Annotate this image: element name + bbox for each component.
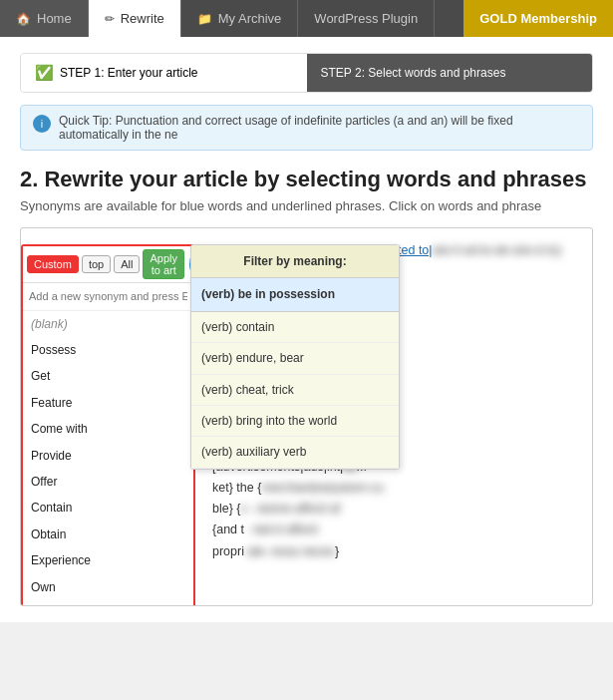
nav-wordpress-label: WordPress Plugin [314,11,418,26]
step1-label: STEP 1: Enter your article [60,66,198,80]
custom-button[interactable]: Custom [27,255,79,273]
steps-bar: ✅ STEP 1: Enter your article STEP 2: Sel… [20,53,593,93]
tip-text: Quick Tip: Punctuation and correct usage… [59,114,580,142]
step2-label: STEP 2: Select words and phrases [321,66,506,80]
synonym-toolbar: Custom top All Apply to art ? [23,246,193,283]
syn-item-offer[interactable]: Offer [23,469,193,495]
step-2[interactable]: STEP 2: Select words and phrases [307,54,593,92]
syn-item-provide[interactable]: Provide [23,443,193,469]
syn-item-feature[interactable]: Feature [23,390,193,416]
nav-wordpress-plugin[interactable]: WordPress Plugin [298,0,435,37]
article-line-6: ble} {c···stome·afford af [212,499,580,520]
navbar: 🏠 Home ✏ Rewrite 📁 My Archive WordPress … [0,0,613,37]
filter-item-2[interactable]: (verb) endure, bear [191,343,399,374]
article-line-7: {and t···ted·d afford [212,520,580,540]
nav-archive-label: My Archive [218,11,282,26]
synonym-input-area [23,283,193,311]
section-subtitle: Synonyms are available for blue words an… [20,198,593,213]
nav-home-label: Home [37,11,72,26]
quick-tip: i Quick Tip: Punctuation and correct usa… [20,105,593,151]
filter-item-1[interactable]: (verb) contain [191,312,399,343]
syn-item-get[interactable]: Get [23,363,193,389]
rewrite-icon: ✏ [105,12,115,26]
blurred-text-1: wis·h·ed·to·de·sire·d to} [433,243,561,257]
syn-item-obtain[interactable]: Obtain [23,522,193,547]
synonym-list: (blank) Possess Get Feature Come with Pr… [23,311,193,606]
synonym-input[interactable] [29,290,187,302]
tip-icon: i [33,115,51,133]
blur-14: ·ate··essa neces [244,544,335,558]
nav-rewrite-label: Rewrite [121,11,164,26]
syn-item-experience[interactable]: Experience [23,547,193,573]
syn-item-possess[interactable]: Possess [23,337,193,363]
apply-button[interactable]: Apply to art [143,249,184,279]
main-content: ✅ STEP 1: Enter your article STEP 2: Sel… [0,37,613,622]
filter-item-4[interactable]: (verb) bring into the world [191,406,399,437]
article-line-5: ket} the {merchant|ve|ustom·cu [212,478,580,499]
syn-item-receive[interactable]: Receive [23,600,193,606]
step1-check-icon: ✅ [35,64,54,82]
blur-11: merchant|ve|ustom·cu [261,481,384,495]
blur-13: ···ted·d afford [244,523,317,536]
syn-item-blank[interactable]: (blank) [23,311,193,337]
archive-icon: 📁 [197,12,212,26]
filter-item-3[interactable]: (verb) cheat, trick [191,375,399,406]
syn-item-come-with[interactable]: Come with [23,416,193,442]
filter-title: Filter by meaning: [191,245,399,278]
nav-gold-membership[interactable]: GOLD Membership [463,0,613,37]
top-button[interactable]: top [82,255,111,273]
filter-item-5[interactable]: (verb) auxiliary verb [191,437,399,468]
filter-selected[interactable]: (verb) be in possession [191,278,399,311]
synonym-panel: Custom top All Apply to art ? (blank) Po… [21,244,195,606]
syn-item-own[interactable]: Own [23,574,193,600]
article-area: Have you {ever|ever before} {wanted to|w… [20,227,593,606]
nav-home[interactable]: 🏠 Home [0,0,89,37]
syn-item-contain[interactable]: Contain [23,495,193,521]
nav-my-archive[interactable]: 📁 My Archive [181,0,299,37]
home-icon: 🏠 [16,12,31,26]
article-line-8: propri·ate··essa neces} [212,541,580,562]
blur-12: c···stome·afford af [241,502,341,516]
section-title: 2. Rewrite your article by selecting wor… [20,167,593,192]
nav-rewrite[interactable]: ✏ Rewrite [89,0,181,37]
filter-panel: Filter by meaning: (verb) be in possessi… [190,244,400,470]
step-1[interactable]: ✅ STEP 1: Enter your article [21,54,307,92]
nav-gold-label: GOLD Membership [479,11,597,26]
all-button[interactable]: All [114,255,140,273]
